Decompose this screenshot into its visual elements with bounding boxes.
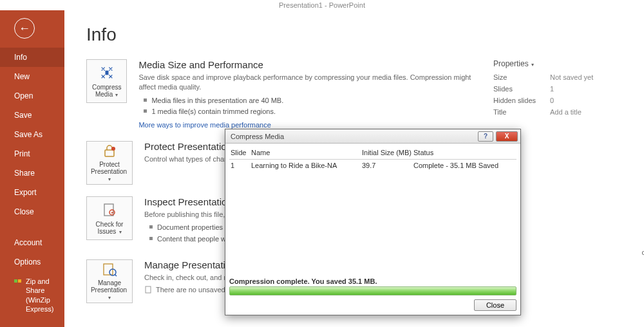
- check-issues-button[interactable]: Check for Issues ▾: [86, 196, 133, 240]
- page-title: Info: [86, 24, 622, 45]
- nav-print[interactable]: Print: [0, 144, 64, 164]
- compress-media-button[interactable]: Compress Media ▾: [86, 59, 127, 103]
- dialog-grid-row: 1 Learning to Ride a Bike-NA 39.7 Comple…: [229, 160, 516, 171]
- dialog-close-x-button[interactable]: X: [496, 131, 518, 142]
- protect-title: Protect Presentatio: [144, 141, 232, 152]
- nav-save[interactable]: Save: [0, 106, 64, 125]
- prop-value-hidden: 0: [550, 97, 554, 104]
- cell-size: 39.7: [362, 162, 413, 169]
- dialog-help-button[interactable]: ?: [478, 131, 493, 142]
- chevron-down-icon: ▾: [530, 62, 534, 68]
- dialog-close-button[interactable]: Close: [474, 299, 516, 311]
- prop-label-title: Title: [493, 108, 550, 116]
- dialog-title: Compress Media: [231, 133, 284, 140]
- nav-options[interactable]: Options: [0, 252, 64, 272]
- manage-desc: Check in, check out, and re: [144, 273, 230, 283]
- cell-slide: 1: [229, 162, 251, 169]
- chevron-down-icon: ▾: [117, 229, 121, 235]
- dialog-titlebar[interactable]: Compress Media ? X: [225, 129, 520, 144]
- backstage-sidebar: ← Info New Open Save Save As Print Share…: [0, 10, 64, 327]
- nav-close[interactable]: Close: [0, 202, 64, 221]
- nav-zip-share[interactable]: Zip and Share (WinZip Express): [0, 272, 64, 319]
- svg-line-9: [115, 274, 117, 276]
- nav-zip-label: Zip and Share (WinZip Express): [26, 277, 59, 313]
- protect-desc: Control what types of chang: [144, 154, 232, 164]
- protect-presentation-button[interactable]: Protect Presentation ▾: [86, 141, 133, 185]
- back-arrow-icon: ←: [19, 22, 30, 35]
- manage-presentation-button[interactable]: Manage Presentation ▾: [86, 259, 133, 303]
- inspect-bullet: Document properties a: [149, 222, 231, 234]
- header-size: Initial Size (MB): [362, 149, 413, 156]
- media-bullet: Media files in this presentation are 40 …: [144, 95, 480, 107]
- chevron-down-icon: ▾: [114, 92, 118, 98]
- manage-sub: There are no unsaved: [156, 286, 225, 294]
- compress-media-dialog: Compress Media ? X Slide Name Initial Si…: [225, 129, 521, 315]
- chevron-down-icon: ▾: [108, 176, 111, 182]
- prop-value-size: Not saved yet: [550, 73, 593, 81]
- dialog-grid-header: Slide Name Initial Size (MB) Status: [229, 147, 516, 160]
- cell-status: Complete - 35.1 MB Saved: [413, 162, 516, 169]
- properties-heading[interactable]: Properties ▾: [493, 59, 622, 68]
- prop-label-slides: Slides: [493, 85, 550, 93]
- inspect-desc: Before publishing this file, b: [144, 210, 231, 220]
- compress-media-icon: [99, 64, 115, 81]
- back-button[interactable]: ←: [14, 18, 35, 39]
- cell-name: Learning to Ride a Bike-NA: [251, 162, 362, 169]
- svg-rect-0: [14, 279, 17, 283]
- chevron-down-icon: ▾: [108, 295, 111, 301]
- manage-icon: [101, 261, 118, 277]
- svg-rect-1: [18, 279, 21, 283]
- document-icon: [144, 286, 152, 294]
- prop-label-hidden: Hidden slides: [493, 97, 550, 104]
- cutoff-text: ox: [641, 248, 644, 256]
- lock-icon: [101, 143, 118, 158]
- nav-open[interactable]: Open: [0, 86, 64, 106]
- prop-label-size: Size: [493, 73, 550, 81]
- inspect-bullet: Content that people wi: [149, 234, 231, 245]
- nav-new[interactable]: New: [0, 67, 64, 86]
- zip-icon: [14, 277, 22, 285]
- svg-point-4: [111, 147, 115, 151]
- nav-account[interactable]: Account: [0, 233, 64, 252]
- svg-rect-10: [146, 286, 151, 293]
- media-desc: Save disk space and improve playback per…: [138, 73, 480, 93]
- nav-info[interactable]: Info: [0, 48, 64, 67]
- header-slide: Slide: [229, 149, 251, 156]
- section-media: Compress Media ▾ Media Size and Performa…: [86, 59, 480, 129]
- nav-save-as[interactable]: Save As: [0, 125, 64, 144]
- media-bullet: 1 media file(s) contain trimmed regions.: [144, 106, 480, 118]
- nav-share[interactable]: Share: [0, 164, 64, 183]
- inspect-title: Inspect Presentatio: [144, 196, 231, 207]
- header-status: Status: [413, 149, 516, 156]
- header-name: Name: [251, 149, 362, 156]
- media-title: Media Size and Performance: [138, 59, 480, 70]
- prop-value-slides: 1: [550, 85, 554, 93]
- progress-text: Compression complete. You saved 35.1 MB.: [229, 277, 516, 285]
- media-link[interactable]: More ways to improve media performance: [138, 121, 270, 129]
- progress-bar: [229, 286, 516, 295]
- nav-export[interactable]: Export: [0, 183, 64, 202]
- manage-title: Manage Presentati: [144, 259, 230, 270]
- app-title-bar: Presentation1 - PowerPoint: [0, 0, 644, 10]
- prop-value-title[interactable]: Add a title: [550, 108, 582, 116]
- svg-rect-2: [105, 71, 108, 75]
- svg-rect-3: [105, 150, 114, 156]
- inspect-icon: [101, 201, 118, 218]
